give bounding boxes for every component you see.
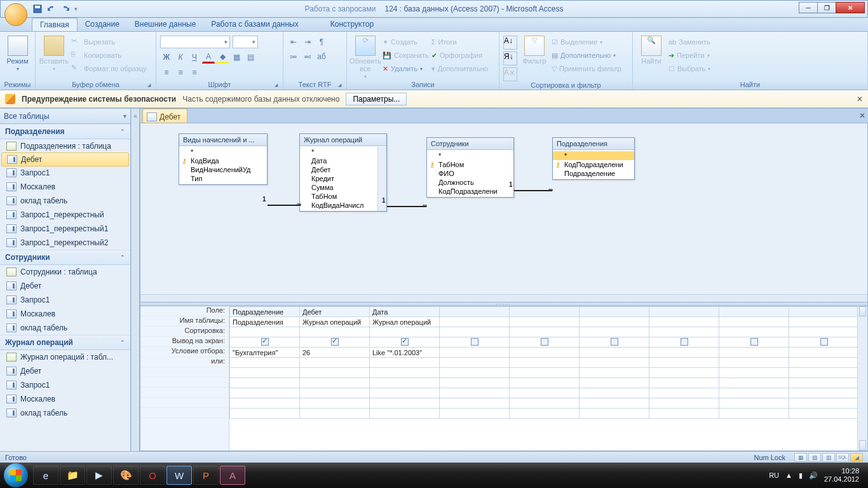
indent-dec-button[interactable]: ⇤ xyxy=(287,36,300,48)
taskbar-wmp[interactable]: ▶ xyxy=(86,466,112,485)
grid-cell[interactable] xyxy=(230,358,300,368)
field-item[interactable]: Сумма xyxy=(300,183,386,192)
checkbox[interactable] xyxy=(611,338,618,346)
undo-icon[interactable] xyxy=(46,4,57,14)
paste-button[interactable]: Вставить▾ xyxy=(39,33,69,72)
field-item[interactable]: Дата xyxy=(300,156,386,165)
indent-inc-button[interactable]: ⇥ xyxy=(301,36,314,48)
nav-item[interactable]: Запрос1 xyxy=(0,166,130,180)
align-right-button[interactable]: ≡ xyxy=(188,66,201,79)
grid-cell[interactable] xyxy=(230,388,300,398)
grid-cell[interactable] xyxy=(370,337,440,348)
grid-cell[interactable] xyxy=(719,327,789,337)
field-item[interactable]: ТабНом xyxy=(427,160,513,169)
tray-lang[interactable]: RU xyxy=(769,471,779,479)
grid-cell[interactable] xyxy=(370,409,440,419)
checkbox[interactable] xyxy=(331,338,339,346)
nav-item[interactable]: Дебет xyxy=(0,364,130,378)
grid-cell[interactable] xyxy=(789,307,858,317)
grid-cell[interactable] xyxy=(300,409,370,419)
grid-cell[interactable] xyxy=(789,378,858,388)
field-item[interactable]: Дебет xyxy=(300,165,386,174)
grid-cell[interactable] xyxy=(510,317,580,327)
table-box[interactable]: Сотрудники*ТабНомФИОДолжностьКодПодразде… xyxy=(426,137,514,198)
grid-cell[interactable] xyxy=(370,368,440,378)
grid-cell[interactable] xyxy=(789,398,858,409)
nav-item[interactable]: Москалев xyxy=(0,307,130,321)
nav-header[interactable]: Все таблицы ▾ xyxy=(0,109,130,124)
grid-cell[interactable] xyxy=(230,409,300,419)
relationship-line[interactable] xyxy=(514,190,552,191)
field-item[interactable]: ВидНачисленийУд xyxy=(179,165,267,174)
nav-item[interactable]: Запрос1 xyxy=(0,293,130,307)
nav-item[interactable]: Сотрудники : таблица xyxy=(0,265,130,279)
cut-button[interactable]: ✂Вырезать xyxy=(71,36,147,48)
nav-item[interactable]: Москалев xyxy=(0,180,130,194)
field-item[interactable]: * xyxy=(553,151,634,160)
font-size-combo[interactable] xyxy=(233,36,258,48)
font-color-button[interactable]: А xyxy=(202,51,215,64)
rtl-button[interactable]: аб xyxy=(315,50,328,63)
tab-external[interactable]: Внешние данные xyxy=(127,18,204,31)
field-item[interactable]: Подразделение xyxy=(553,169,634,178)
grid-cell[interactable] xyxy=(230,378,300,388)
grid-cell[interactable] xyxy=(230,327,300,337)
grid-cell[interactable] xyxy=(440,337,510,348)
grid-cell[interactable] xyxy=(440,307,510,317)
checkbox[interactable] xyxy=(820,338,828,346)
grid-cell[interactable] xyxy=(510,368,580,378)
clear-sort-button[interactable]: A⨯ xyxy=(503,67,517,81)
grid-cell[interactable] xyxy=(649,337,719,348)
align-left-button[interactable]: ≡ xyxy=(160,66,173,79)
grid-cell[interactable] xyxy=(510,348,580,358)
tab-dbtools[interactable]: Работа с базами данных xyxy=(203,18,306,31)
minimize-button[interactable]: ─ xyxy=(799,2,818,13)
nav-item[interactable]: оклад табель xyxy=(0,194,130,208)
grid-cell[interactable] xyxy=(230,398,300,409)
grid-cell[interactable] xyxy=(510,409,580,419)
grid-cell[interactable] xyxy=(440,409,510,419)
taskbar-explorer[interactable]: 📁 xyxy=(60,466,85,485)
grid-cell[interactable] xyxy=(300,368,370,378)
grid-cell[interactable] xyxy=(580,388,649,398)
save-rec-button[interactable]: 💾Сохранить xyxy=(383,49,429,62)
filter-button[interactable]: ▽Фильтр xyxy=(520,33,549,65)
view-datasheet[interactable]: ▦ xyxy=(794,453,807,462)
taskbar-word[interactable]: W xyxy=(166,466,192,485)
grid-cell[interactable] xyxy=(510,378,580,388)
office-button[interactable] xyxy=(4,3,27,26)
font-name-combo[interactable] xyxy=(160,36,230,48)
grid-cell[interactable] xyxy=(649,348,719,358)
grid-cell[interactable] xyxy=(300,327,370,337)
nav-item[interactable]: Запрос1_перекрестный1 xyxy=(0,222,130,236)
table-box[interactable]: Виды начислений и ...*КодВидаВидНачислен… xyxy=(179,133,268,185)
grid-cell[interactable]: Подразделение xyxy=(230,307,300,317)
grid-cell[interactable] xyxy=(649,368,719,378)
grid-cell[interactable] xyxy=(580,337,649,348)
grid-cell[interactable] xyxy=(300,378,370,388)
advanced-filter-button[interactable]: ▤Дополнительно▾ xyxy=(552,49,621,62)
grid-cell[interactable] xyxy=(300,358,370,368)
italic-button[interactable]: К xyxy=(174,51,187,64)
grid-cell[interactable] xyxy=(649,378,719,388)
grid-cell[interactable] xyxy=(440,388,510,398)
tab-create[interactable]: Создание xyxy=(78,18,127,31)
checkbox[interactable] xyxy=(401,338,409,346)
nav-group-header[interactable]: Журнал операций⌃ xyxy=(0,335,130,350)
security-options-button[interactable]: Параметры... xyxy=(346,93,407,105)
nav-group-header[interactable]: Сотрудники⌃ xyxy=(0,250,130,265)
grid-cell[interactable] xyxy=(440,358,510,368)
nav-item[interactable]: Запрос1_перекрестный xyxy=(0,208,130,222)
format-painter-button[interactable]: ✎Формат по образцу xyxy=(71,62,147,75)
taskbar-paint[interactable]: 🎨 xyxy=(113,466,139,485)
copy-button[interactable]: ⎘Копировать xyxy=(71,49,147,62)
checkbox[interactable] xyxy=(471,338,478,346)
nav-item[interactable]: оклад табель xyxy=(0,321,130,335)
grid-cell[interactable] xyxy=(580,378,649,388)
grid-cell[interactable] xyxy=(510,337,580,348)
field-item[interactable]: * xyxy=(179,147,267,156)
grid-cell[interactable] xyxy=(300,398,370,409)
checkbox[interactable] xyxy=(541,338,548,346)
gridlines-button[interactable]: ▦ xyxy=(230,51,243,64)
grid-cell[interactable] xyxy=(719,398,789,409)
